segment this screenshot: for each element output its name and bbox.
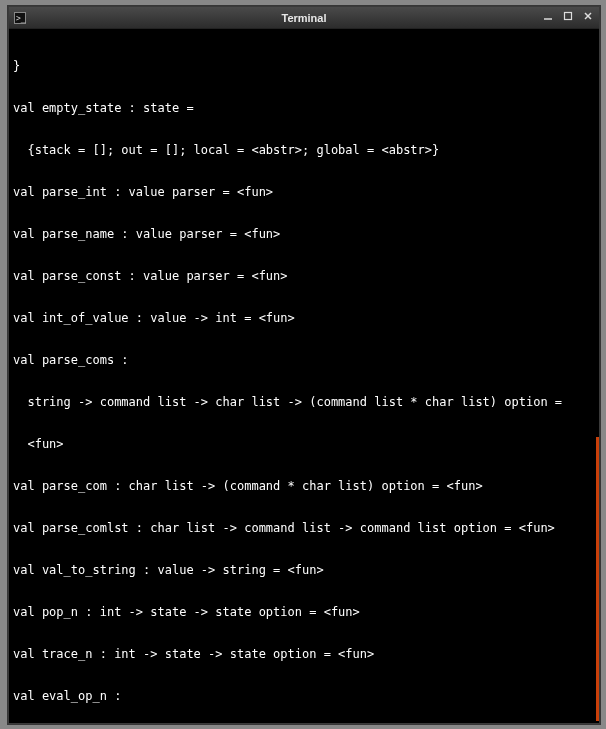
terminal-line: val parse_int : value parser = <fun> <box>13 185 595 199</box>
window-title: Terminal <box>9 12 599 24</box>
terminal-window: >_ Terminal } val empty_state : state = … <box>8 6 600 724</box>
terminal-line: val eval_op_n : <box>13 689 595 703</box>
scroll-indicator[interactable] <box>596 437 599 721</box>
svg-text:>_: >_ <box>16 14 26 23</box>
maximize-button[interactable] <box>561 10 575 24</box>
terminal-line: <fun> <box>13 437 595 451</box>
terminal-line: } <box>13 59 595 73</box>
terminal-line: val trace_n : int -> state -> state opti… <box>13 647 595 661</box>
terminal-line: val val_to_string : value -> string = <f… <box>13 563 595 577</box>
close-button[interactable] <box>581 10 595 24</box>
terminal-line: val parse_const : value parser = <fun> <box>13 269 595 283</box>
terminal-line: val parse_name : value parser = <fun> <box>13 227 595 241</box>
terminal-line: string -> command list -> char list -> (… <box>13 395 595 409</box>
svg-rect-3 <box>565 13 572 20</box>
terminal-line: val parse_com : char list -> (command * … <box>13 479 595 493</box>
titlebar[interactable]: >_ Terminal <box>9 7 599 29</box>
terminal-line: val empty_state : state = <box>13 101 595 115</box>
terminal-line: val parse_comlst : char list -> command … <box>13 521 595 535</box>
terminal-line: val parse_coms : <box>13 353 595 367</box>
terminal-line: val pop_n : int -> state -> state option… <box>13 605 595 619</box>
terminal-body[interactable]: } val empty_state : state = {stack = [];… <box>9 29 599 723</box>
terminal-line: val int_of_value : value -> int = <fun> <box>13 311 595 325</box>
terminal-line: {stack = []; out = []; local = <abstr>; … <box>13 143 595 157</box>
terminal-app-icon: >_ <box>13 11 27 25</box>
minimize-button[interactable] <box>541 10 555 24</box>
window-controls <box>541 10 595 24</box>
